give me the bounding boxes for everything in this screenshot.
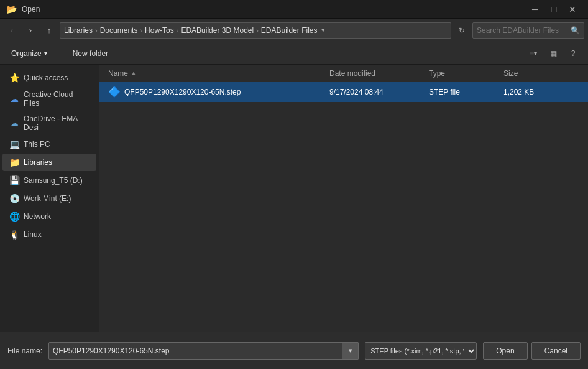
sidebar-item-samsung[interactable]: 💾 Samsung_T5 (D:) [2,172,96,189]
title-bar-controls: ─ □ ✕ [526,0,582,19]
filetype-select[interactable]: STEP files (*.xim, *.p21, *.stp, *.s [365,342,477,360]
file-icon: 🔷 [108,86,121,98]
sidebar-label-creative-cloud: Creative Cloud Files [24,90,90,108]
maximize-button[interactable]: □ [544,0,563,19]
file-name: QFP50P1290X1290X120-65N.step [124,88,241,96]
breadcrumb-bar: Libraries › Documents › How-Tos › EDABui… [60,22,451,39]
sidebar-label-work-mint: Work Mint (E:) [24,194,71,203]
file-type: STEP file [426,88,501,96]
sidebar-item-onedrive[interactable]: ☁ OneDrive - EMA Desi [2,111,96,135]
back-button[interactable]: ‹ [4,22,20,39]
col-header-size[interactable]: Size [501,69,563,78]
samsung-icon: 💾 [9,175,20,186]
search-icon: 🔍 [571,26,580,35]
col-header-type[interactable]: Type [426,69,501,78]
cancel-button[interactable]: Cancel [531,342,581,360]
sort-arrow: ▲ [131,70,137,77]
help-button[interactable]: ? [564,45,582,62]
sidebar-label-samsung: Samsung_T5 (D:) [24,176,83,185]
action-buttons: Open Cancel [483,342,581,360]
close-button[interactable]: ✕ [563,0,582,19]
breadcrumb-edabuilderfiles[interactable]: EDABuilder Files [261,26,318,35]
title-bar: 📂 Open ─ □ ✕ [0,0,588,19]
minimize-button[interactable]: ─ [526,0,544,19]
sidebar-item-work-mint[interactable]: 💿 Work Mint (E:) [2,190,96,207]
toolbar-right: ≡ ▾ ▦ ? [525,45,582,62]
sidebar: ⭐ Quick access ☁ Creative Cloud Files ☁ … [0,65,99,332]
title-bar-left: 📂 Open [6,4,40,14]
network-icon: 🌐 [9,211,20,222]
sidebar-label-onedrive: OneDrive - EMA Desi [24,114,90,132]
sidebar-label-linux: Linux [24,230,42,239]
table-row[interactable]: 🔷 QFP50P1290X1290X120-65N.step 9/17/2024… [99,82,588,102]
sidebar-item-network[interactable]: 🌐 Network [2,208,96,225]
dialog-title: Open [22,5,40,14]
sidebar-item-quick-access[interactable]: ⭐ Quick access [2,69,96,86]
main-layout: ⭐ Quick access ☁ Creative Cloud Files ☁ … [0,65,588,332]
panel-toggle-button[interactable]: ▦ [544,45,562,62]
file-list: Name ▲ Date modified Type Size 🔷 QFP50P1… [99,65,588,332]
toolbar-separator [60,47,60,60]
refresh-button[interactable]: ↻ [454,22,470,39]
organize-button[interactable]: Organize ▾ [6,47,52,60]
forward-button[interactable]: › [22,22,39,39]
search-input[interactable] [477,26,568,35]
filename-input[interactable] [48,342,359,360]
file-list-header: Name ▲ Date modified Type Size [99,65,588,82]
col-header-date[interactable]: Date modified [327,69,426,78]
search-box: 🔍 [472,22,584,39]
work-mint-icon: 💿 [9,193,20,204]
this-pc-icon: 💻 [9,139,20,150]
sidebar-label-this-pc: This PC [24,140,50,149]
address-bar: ‹ › ↑ Libraries › Documents › How-Tos › … [0,19,588,42]
file-size: 1,202 KB [501,88,563,96]
breadcrumb-edabuilder3d[interactable]: EDABuilder 3D Model [181,26,254,35]
sidebar-item-libraries[interactable]: 📁 Libraries [2,154,96,171]
dialog-icon: 📂 [6,4,17,14]
sidebar-label-network: Network [24,212,51,221]
sidebar-item-creative-cloud[interactable]: ☁ Creative Cloud Files [2,87,96,111]
onedrive-icon: ☁ [9,118,20,129]
col-header-name[interactable]: Name ▲ [106,69,327,78]
filename-label: File name: [7,347,42,355]
breadcrumb-dropdown[interactable]: ▾ [321,26,325,34]
file-name-cell: 🔷 QFP50P1290X1290X120-65N.step [106,86,327,98]
libraries-icon: 📁 [9,157,20,168]
toolbar: Organize ▾ New folder ≡ ▾ ▦ ? [0,42,588,65]
quick-access-icon: ⭐ [9,72,20,83]
sidebar-label-quick-access: Quick access [24,73,68,82]
breadcrumb-libraries[interactable]: Libraries [64,26,93,35]
sidebar-item-this-pc[interactable]: 💻 This PC [2,136,96,153]
new-folder-button[interactable]: New folder [68,47,113,60]
bottom-bar: File name: ▾ STEP files (*.xim, *.p21, *… [0,332,588,369]
view-options-button[interactable]: ≡ ▾ [525,45,542,62]
sidebar-label-libraries: Libraries [24,158,52,167]
open-button[interactable]: Open [483,342,527,360]
linux-icon: 🐧 [9,229,20,240]
filename-dropdown-button[interactable]: ▾ [342,342,359,360]
sidebar-item-linux[interactable]: 🐧 Linux [2,226,96,243]
breadcrumb-documents[interactable]: Documents [100,26,138,35]
breadcrumb-howtos[interactable]: How-Tos [145,26,174,35]
filename-input-wrap: ▾ [48,342,359,360]
creative-cloud-icon: ☁ [9,93,20,105]
up-button[interactable]: ↑ [41,22,57,39]
file-date: 9/17/2024 08:44 [327,88,426,96]
